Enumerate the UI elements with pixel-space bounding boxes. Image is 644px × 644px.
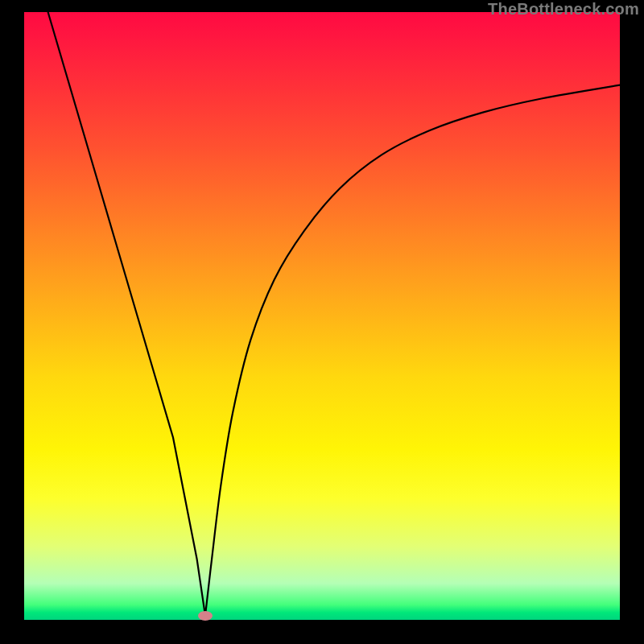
bottleneck-curve (24, 12, 620, 620)
minimum-marker (198, 611, 213, 621)
curve-path (48, 12, 620, 616)
watermark-text: TheBottleneck.com (488, 0, 639, 19)
